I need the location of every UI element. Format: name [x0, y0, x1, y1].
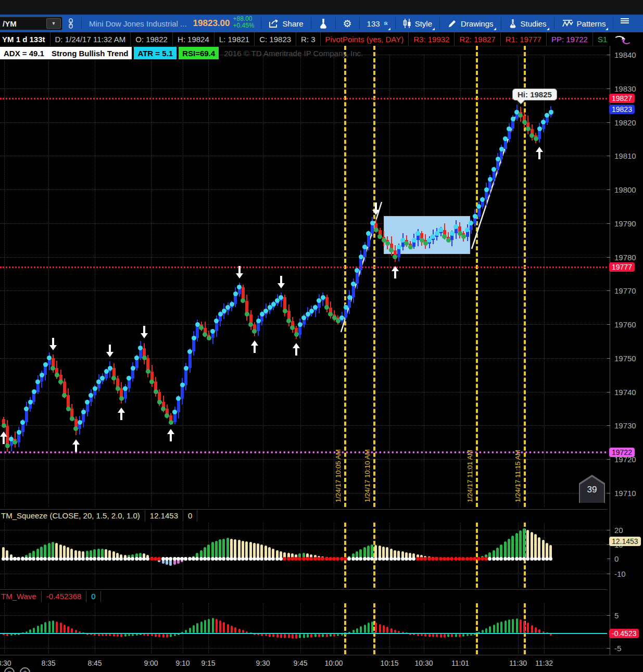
squeeze-dot	[515, 557, 519, 561]
wave-bar	[238, 629, 241, 633]
squeeze-dot	[93, 557, 96, 561]
squeeze-dot	[431, 557, 435, 561]
wave-bar	[543, 631, 545, 633]
alert-vline[interactable]	[373, 46, 375, 507]
time-gridline	[263, 523, 263, 588]
wave-bar	[436, 634, 438, 637]
squeeze-bar	[253, 543, 256, 559]
squeeze-dot	[264, 557, 268, 561]
squeeze-dot	[150, 557, 154, 561]
alert-vline[interactable]	[344, 603, 346, 654]
squeeze-dot	[256, 557, 260, 561]
pivot-price-line	[0, 451, 607, 453]
time-axis-label: 8:45	[87, 659, 102, 667]
wave-bar	[254, 634, 256, 635]
trendlines-layer	[0, 0, 607, 672]
wave-bar	[132, 634, 134, 636]
trend-dot	[393, 255, 397, 259]
trend-dot	[415, 231, 420, 236]
wave-bar	[326, 634, 328, 637]
squeeze-dot	[271, 557, 275, 561]
wave-bar	[143, 634, 145, 636]
squeeze-dot	[245, 557, 248, 561]
wave-bar	[44, 622, 46, 633]
wave-bar	[216, 619, 218, 633]
alert-vline[interactable]	[344, 46, 346, 507]
wave-bar	[341, 634, 343, 636]
price-axis-label: 19800	[614, 185, 636, 194]
wave-bar	[204, 620, 206, 633]
squeeze-dot	[32, 557, 35, 561]
trend-dot	[81, 410, 86, 414]
wave-bar	[368, 623, 370, 633]
squeeze-dot	[184, 557, 187, 561]
wave-bar	[56, 622, 58, 633]
axis-price-bubble: 19827	[609, 94, 635, 103]
time-axis-label: 10:15	[380, 659, 398, 667]
alert-vline-label: 1/24/17 10:10 AM	[363, 440, 372, 502]
wave-bar	[14, 634, 16, 635]
wave-bar	[493, 625, 495, 633]
alert-vline-label: 1/24/17 11:01 AM	[466, 440, 474, 502]
wave-bar	[269, 634, 271, 637]
trend-dot	[347, 295, 352, 300]
wave-bar	[485, 628, 487, 633]
wave-gridline	[0, 648, 607, 649]
alert-vline[interactable]	[476, 603, 478, 654]
squeeze-dot	[420, 557, 423, 561]
time-axis-label: 11:30	[509, 659, 527, 667]
wave-bar	[417, 634, 419, 636]
wave-bar	[379, 624, 381, 633]
trend-dot	[507, 126, 511, 131]
trend-dot	[290, 325, 295, 330]
wave-bar	[386, 627, 388, 633]
squeeze-bar	[249, 542, 252, 559]
time-gridline	[183, 603, 183, 653]
alert-vline[interactable]	[476, 523, 478, 588]
alert-vline[interactable]	[344, 523, 346, 588]
trend-dot	[146, 369, 150, 374]
squeeze-bar	[538, 537, 540, 559]
chart-plot-area[interactable]: 1/24/17 10:05 AM1/24/17 10:10 AM1/24/17 …	[0, 0, 643, 672]
wave-bar	[444, 634, 446, 638]
trend-dot	[47, 356, 52, 360]
trend-dot	[127, 376, 131, 381]
trend-dot	[488, 177, 493, 182]
squeeze-dot	[104, 557, 108, 561]
trend-label: Strong Bullish Trend	[52, 49, 129, 58]
squeeze-bar	[257, 543, 259, 559]
trend-dot	[344, 305, 348, 310]
signal-arrow-down	[141, 326, 148, 338]
wave-bar	[109, 634, 111, 636]
wave-bar	[242, 630, 244, 633]
time-gridline	[424, 603, 424, 653]
wave-bar	[383, 625, 385, 633]
price-axis[interactable]: 1984019830198201981019800197901978019770…	[607, 32, 643, 655]
wave-bar	[151, 634, 153, 636]
trend-dot	[230, 302, 234, 307]
squeeze-dot	[188, 557, 192, 561]
squeeze-zero: 0	[183, 510, 197, 522]
time-axis[interactable]: 8:308:358:459:009:109:159:309:4510:0010:…	[0, 655, 643, 672]
price-gridline	[0, 122, 607, 123]
squeeze-dot	[332, 557, 336, 561]
wave-bar	[421, 634, 423, 636]
squeeze-dot	[519, 557, 522, 561]
time-axis-label: 11:01	[451, 659, 469, 667]
alert-vline[interactable]	[476, 46, 478, 507]
squeeze-dot	[378, 557, 382, 561]
wave-bar	[231, 626, 233, 633]
wave-bar	[158, 634, 160, 637]
trend-dot	[412, 238, 417, 243]
squeeze-bar	[59, 544, 62, 559]
reset-zoom-icon[interactable]	[614, 33, 632, 46]
squeeze-dot	[97, 557, 100, 561]
time-gridline	[389, 603, 390, 653]
wave-bar	[516, 618, 518, 633]
wave-bar	[478, 632, 480, 633]
wave-bar	[29, 629, 31, 633]
squeeze-dot	[526, 557, 529, 561]
squeeze-dot	[199, 557, 203, 561]
squeeze-dot	[89, 557, 93, 561]
squeeze-dot	[473, 557, 476, 561]
